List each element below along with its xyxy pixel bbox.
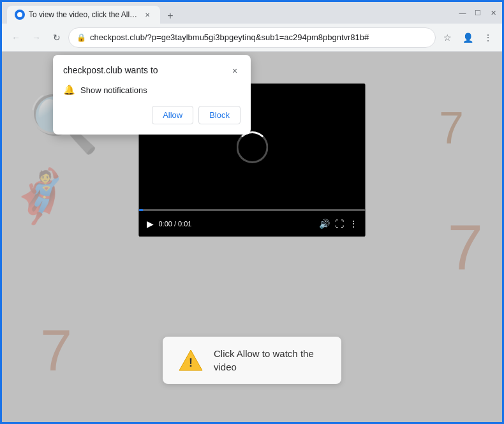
tab-favicon [15,10,25,20]
allow-button[interactable]: Allow [152,106,193,124]
close-button[interactable]: ✕ [489,9,497,17]
time-display: 0:00 / 0:01 [159,220,314,228]
lock-icon: 🔒 [77,33,86,42]
popup-buttons: Allow Block [63,106,241,124]
popup-header: checkpost.club wants to × [63,65,241,77]
svg-text:!: ! [189,356,193,369]
browser-frame: To view the video, click the Allow... ✕ … [2,2,502,422]
active-tab[interactable]: To view the video, click the Allow... ✕ [7,6,160,24]
window-controls: — ☐ ✕ [454,9,497,17]
bell-icon: 🔔 [63,84,75,96]
maximize-button[interactable]: ☐ [474,9,482,17]
tab-close-button[interactable]: ✕ [142,10,152,20]
new-tab-button[interactable]: + [163,8,178,24]
address-text: checkpost.club/?p=ge3taylbmu5gi3bpgeytin… [90,33,427,42]
warning-triangle-icon: ! [178,347,204,373]
more-options-button[interactable]: ⋮ [349,219,358,229]
reload-button[interactable]: ↻ [48,29,66,47]
video-progress-bar[interactable] [139,209,366,211]
video-controls: ▶ 0:00 / 0:01 🔊 ⛶ ⋮ [139,211,366,237]
fullscreen-button[interactable]: ⛶ [335,219,344,229]
address-bar[interactable]: 🔒 checkpost.club/?p=ge3taylbmu5gi3bpgeyt… [68,27,436,48]
tab-title: To view the video, click the Allow... [29,10,138,19]
volume-button[interactable]: 🔊 [319,219,330,229]
video-progress-fill [139,209,144,211]
bookmark-button[interactable]: ☆ [438,29,456,47]
allow-banner: ! Click Allow to watch the video [163,337,341,384]
menu-button[interactable]: ⋮ [479,29,497,47]
page-content: 🔍 🦸 7 7 7 ▶ 0:00 / 0:01 🔊 ⛶ [2,52,502,422]
minimize-button[interactable]: — [459,9,466,17]
back-button[interactable]: ← [7,29,25,47]
notification-row: 🔔 Show notifications [63,84,241,96]
loading-spinner [236,131,268,163]
notification-popup: checkpost.club wants to × 🔔 Show notific… [53,55,251,135]
notification-label: Show notifications [80,85,147,95]
popup-title: checkpost.club wants to [63,65,158,75]
popup-close-button[interactable]: × [229,65,241,77]
allow-banner-text: Click Allow to watch the video [214,347,326,374]
tab-strip: To view the video, click the Allow... ✕ … [7,2,451,24]
page-background: 🔍 🦸 7 7 7 ▶ 0:00 / 0:01 🔊 ⛶ [2,52,502,422]
play-button[interactable]: ▶ [147,219,154,229]
forward-button[interactable]: → [27,29,45,47]
nav-bar: ← → ↻ 🔒 checkpost.club/?p=ge3taylbmu5gi3… [2,24,502,52]
profile-button[interactable]: 👤 [459,29,477,47]
title-bar: To view the video, click the Allow... ✕ … [2,2,502,24]
block-button[interactable]: Block [198,106,241,124]
